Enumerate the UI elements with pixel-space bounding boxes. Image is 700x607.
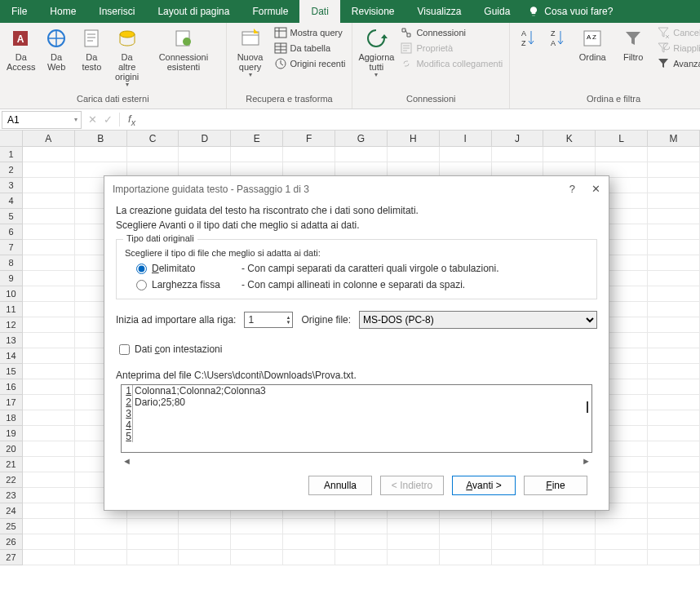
cell[interactable]: [648, 348, 700, 364]
cell[interactable]: [492, 519, 544, 534]
row-header[interactable]: 26: [0, 534, 23, 550]
cell[interactable]: [648, 534, 700, 550]
btn-recent-sources[interactable]: Origini recenti: [274, 57, 346, 70]
cell[interactable]: [23, 255, 75, 271]
cell[interactable]: [596, 147, 648, 162]
cell[interactable]: [179, 550, 231, 565]
preview-scrollbar[interactable]: ◄►: [116, 453, 597, 469]
col-header[interactable]: B: [75, 131, 127, 146]
cell[interactable]: [648, 488, 700, 503]
col-header[interactable]: H: [388, 131, 440, 146]
row-header[interactable]: 9: [0, 271, 23, 286]
cell[interactable]: [23, 271, 75, 286]
tab-file[interactable]: File: [0, 0, 38, 23]
cell[interactable]: [648, 162, 700, 178]
row-header[interactable]: 22: [0, 472, 23, 488]
cell[interactable]: [543, 519, 596, 534]
row-header[interactable]: 14: [0, 348, 23, 364]
row-header[interactable]: 3: [0, 178, 23, 193]
cell[interactable]: [648, 209, 700, 224]
btn-from-table[interactable]: Da tabella: [274, 42, 346, 55]
cell[interactable]: [23, 379, 75, 395]
cell[interactable]: [127, 550, 179, 565]
cell[interactable]: [23, 348, 75, 364]
cell[interactable]: [492, 534, 544, 550]
cell[interactable]: [648, 302, 700, 317]
cell[interactable]: [231, 550, 283, 565]
cell[interactable]: [335, 519, 388, 534]
cell[interactable]: [23, 209, 75, 224]
cell[interactable]: [440, 534, 492, 550]
cell[interactable]: [596, 534, 648, 550]
cell[interactable]: [648, 457, 700, 472]
col-header[interactable]: E: [231, 131, 283, 146]
cell[interactable]: [23, 224, 75, 240]
cell[interactable]: [648, 178, 700, 193]
cell[interactable]: [648, 519, 700, 534]
row-header[interactable]: 17: [0, 395, 23, 410]
btn-connections[interactable]: Connessioni: [400, 26, 503, 39]
cell[interactable]: [648, 224, 700, 240]
col-header[interactable]: F: [283, 131, 335, 146]
col-header[interactable]: A: [23, 131, 75, 146]
cell[interactable]: [648, 379, 700, 395]
col-header[interactable]: D: [179, 131, 231, 146]
cell[interactable]: [648, 395, 700, 410]
next-button[interactable]: Avanti >: [452, 476, 516, 495]
btn-show-queries[interactable]: Mostra query: [274, 26, 346, 39]
cell[interactable]: [648, 441, 700, 457]
cell[interactable]: [231, 534, 283, 550]
row-header[interactable]: 25: [0, 519, 23, 534]
cell[interactable]: [23, 534, 75, 550]
row-header[interactable]: 16: [0, 379, 23, 395]
close-button[interactable]: ✕: [591, 183, 600, 195]
cell[interactable]: [75, 519, 127, 534]
row-header[interactable]: 6: [0, 224, 23, 240]
cell[interactable]: [23, 147, 75, 162]
tab-inserisci[interactable]: Inserisci: [87, 0, 146, 23]
fx-icon[interactable]: fx: [119, 113, 135, 127]
cell[interactable]: [231, 519, 283, 534]
col-header[interactable]: K: [543, 131, 596, 146]
headers-checkbox[interactable]: [119, 344, 130, 355]
cell[interactable]: [648, 147, 700, 162]
cell[interactable]: [440, 147, 492, 162]
cell[interactable]: [648, 317, 700, 333]
row-header[interactable]: 18: [0, 410, 23, 426]
row-header[interactable]: 19: [0, 426, 23, 441]
finish-button[interactable]: Fine: [524, 476, 587, 495]
row-header[interactable]: 20: [0, 441, 23, 457]
cell[interactable]: [648, 193, 700, 209]
row-header[interactable]: 11: [0, 302, 23, 317]
row-header[interactable]: 12: [0, 317, 23, 333]
cell[interactable]: [648, 240, 700, 255]
btn-sort[interactable]: A ZOrdina: [575, 26, 609, 62]
btn-from-access[interactable]: ADa Access: [7, 26, 35, 72]
cell[interactable]: [648, 333, 700, 348]
cell[interactable]: [23, 162, 75, 178]
cell[interactable]: [543, 550, 596, 565]
cell[interactable]: [596, 550, 648, 565]
chevron-down-icon[interactable]: ▾: [74, 116, 78, 123]
tab-home[interactable]: Home: [38, 0, 87, 23]
cell[interactable]: [23, 488, 75, 503]
select-all-corner[interactable]: [0, 131, 23, 146]
row-header[interactable]: 2: [0, 162, 23, 178]
row-header[interactable]: 8: [0, 255, 23, 271]
tell-me[interactable]: Cosa vuoi fare?: [528, 0, 613, 23]
col-header[interactable]: J: [492, 131, 544, 146]
cell[interactable]: [440, 550, 492, 565]
cell[interactable]: [179, 519, 231, 534]
spin-down-icon[interactable]: ▼: [286, 320, 290, 325]
cell[interactable]: [23, 395, 75, 410]
btn-refresh-all[interactable]: Aggiorna tutti▾: [359, 26, 393, 79]
row-header[interactable]: 7: [0, 240, 23, 255]
row-header[interactable]: 1: [0, 147, 23, 162]
cell[interactable]: [388, 519, 440, 534]
cell[interactable]: [23, 457, 75, 472]
row-header[interactable]: 21: [0, 457, 23, 472]
cell[interactable]: [283, 519, 335, 534]
cell[interactable]: [440, 519, 492, 534]
cell[interactable]: [388, 550, 440, 565]
cancel-button[interactable]: Annulla: [308, 476, 372, 495]
